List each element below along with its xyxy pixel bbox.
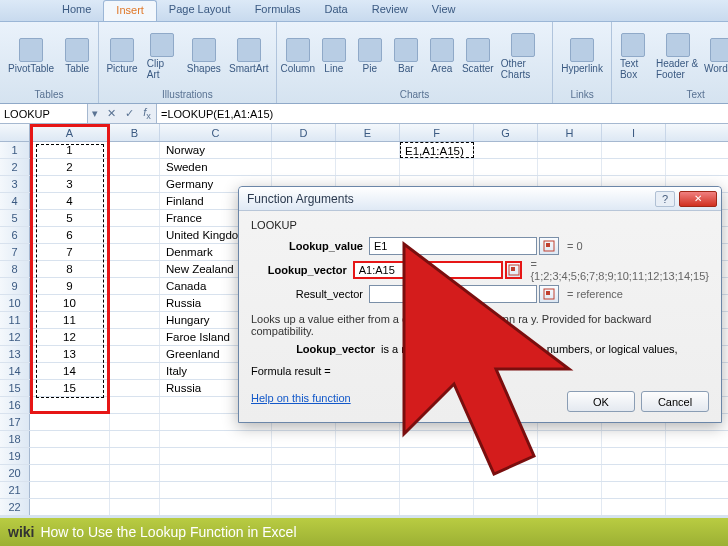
- cell-B22[interactable]: [110, 499, 160, 515]
- cell-A21[interactable]: [30, 482, 110, 498]
- enter-formula-icon[interactable]: ✓: [120, 107, 138, 120]
- cell-C20[interactable]: [160, 465, 272, 481]
- hyperlink-button[interactable]: Hyperlink: [557, 36, 607, 76]
- formula-input[interactable]: =LOOKUP(E1,A1:A15): [156, 104, 728, 123]
- ribbon-tab-home[interactable]: Home: [50, 0, 103, 21]
- cell-B9[interactable]: [110, 278, 160, 294]
- cell-A15[interactable]: 15: [30, 380, 110, 396]
- cell-B1[interactable]: [110, 142, 160, 158]
- cancel-formula-icon[interactable]: ✕: [102, 107, 120, 120]
- cell-A22[interactable]: [30, 499, 110, 515]
- cell-D2[interactable]: [272, 159, 336, 175]
- row-header[interactable]: 10: [0, 295, 30, 311]
- row-header[interactable]: 20: [0, 465, 30, 481]
- cell-F1[interactable]: E1,A1:A15): [400, 142, 474, 158]
- cell-D20[interactable]: [272, 465, 336, 481]
- dialog-titlebar[interactable]: Function Arguments ? ✕: [239, 187, 721, 211]
- cell-I21[interactable]: [602, 482, 666, 498]
- cell-H18[interactable]: [538, 431, 602, 447]
- wordart-button[interactable]: WordArt: [705, 36, 728, 76]
- picture-button[interactable]: Picture: [103, 36, 141, 76]
- cell-B15[interactable]: [110, 380, 160, 396]
- help-link[interactable]: Help on this function: [251, 392, 351, 404]
- area-button[interactable]: Area: [425, 36, 459, 76]
- ribbon-tab-formulas[interactable]: Formulas: [243, 0, 313, 21]
- cell-A3[interactable]: 3: [30, 176, 110, 192]
- cell-F21[interactable]: [400, 482, 474, 498]
- cell-E22[interactable]: [336, 499, 400, 515]
- row-header[interactable]: 15: [0, 380, 30, 396]
- row-header[interactable]: 13: [0, 346, 30, 362]
- col-header-b[interactable]: B: [110, 124, 160, 141]
- row-header[interactable]: 21: [0, 482, 30, 498]
- bar-button[interactable]: Bar: [389, 36, 423, 76]
- text-box-button[interactable]: Text Box: [616, 31, 650, 82]
- cell-H20[interactable]: [538, 465, 602, 481]
- row-header[interactable]: 2: [0, 159, 30, 175]
- col-header-a[interactable]: A: [30, 124, 110, 141]
- col-header-c[interactable]: C: [160, 124, 272, 141]
- cell-A18[interactable]: [30, 431, 110, 447]
- cell-C2[interactable]: Sweden: [160, 159, 272, 175]
- ribbon-tab-data[interactable]: Data: [312, 0, 359, 21]
- col-header-i[interactable]: I: [602, 124, 666, 141]
- cell-B8[interactable]: [110, 261, 160, 277]
- cancel-button[interactable]: Cancel: [641, 391, 709, 412]
- cell-I18[interactable]: [602, 431, 666, 447]
- cell-B5[interactable]: [110, 210, 160, 226]
- cell-A8[interactable]: 8: [30, 261, 110, 277]
- cell-I19[interactable]: [602, 448, 666, 464]
- cell-G20[interactable]: [474, 465, 538, 481]
- cell-A2[interactable]: 2: [30, 159, 110, 175]
- row-header[interactable]: 19: [0, 448, 30, 464]
- ribbon-tab-review[interactable]: Review: [360, 0, 420, 21]
- cell-D22[interactable]: [272, 499, 336, 515]
- cell-B16[interactable]: [110, 397, 160, 413]
- cell-C21[interactable]: [160, 482, 272, 498]
- cell-A20[interactable]: [30, 465, 110, 481]
- cell-E20[interactable]: [336, 465, 400, 481]
- cell-F18[interactable]: [400, 431, 474, 447]
- cell-A1[interactable]: 1: [30, 142, 110, 158]
- cell-D19[interactable]: [272, 448, 336, 464]
- ok-button[interactable]: OK: [567, 391, 635, 412]
- cell-F2[interactable]: [400, 159, 474, 175]
- cell-B18[interactable]: [110, 431, 160, 447]
- cell-F19[interactable]: [400, 448, 474, 464]
- cell-E19[interactable]: [336, 448, 400, 464]
- row-header[interactable]: 14: [0, 363, 30, 379]
- cell-A9[interactable]: 9: [30, 278, 110, 294]
- cell-C18[interactable]: [160, 431, 272, 447]
- clip-art-button[interactable]: Clip Art: [143, 31, 182, 82]
- cell-B13[interactable]: [110, 346, 160, 362]
- line-button[interactable]: Line: [317, 36, 351, 76]
- cell-E1[interactable]: [336, 142, 400, 158]
- name-box[interactable]: LOOKUP: [0, 104, 88, 123]
- row-header[interactable]: 18: [0, 431, 30, 447]
- cell-H21[interactable]: [538, 482, 602, 498]
- cell-B20[interactable]: [110, 465, 160, 481]
- cell-A16[interactable]: [30, 397, 110, 413]
- arg-input-lookup-vector[interactable]: [353, 261, 503, 279]
- col-header-g[interactable]: G: [474, 124, 538, 141]
- other-charts-button[interactable]: Other Charts: [497, 31, 548, 82]
- cell-E2[interactable]: [336, 159, 400, 175]
- cell-B4[interactable]: [110, 193, 160, 209]
- cell-A12[interactable]: 12: [30, 329, 110, 345]
- cell-F20[interactable]: [400, 465, 474, 481]
- cell-C22[interactable]: [160, 499, 272, 515]
- cell-G1[interactable]: [474, 142, 538, 158]
- cell-A4[interactable]: 4: [30, 193, 110, 209]
- cell-B2[interactable]: [110, 159, 160, 175]
- pivottable-button[interactable]: PivotTable: [4, 36, 58, 76]
- cell-G22[interactable]: [474, 499, 538, 515]
- cell-B11[interactable]: [110, 312, 160, 328]
- dialog-close-button[interactable]: ✕: [679, 191, 717, 207]
- arg-input-lookup-value[interactable]: [369, 237, 537, 255]
- cell-H1[interactable]: [538, 142, 602, 158]
- cell-G2[interactable]: [474, 159, 538, 175]
- cell-B3[interactable]: [110, 176, 160, 192]
- row-header[interactable]: 22: [0, 499, 30, 515]
- fx-icon[interactable]: fx: [138, 106, 156, 121]
- row-header[interactable]: 16: [0, 397, 30, 413]
